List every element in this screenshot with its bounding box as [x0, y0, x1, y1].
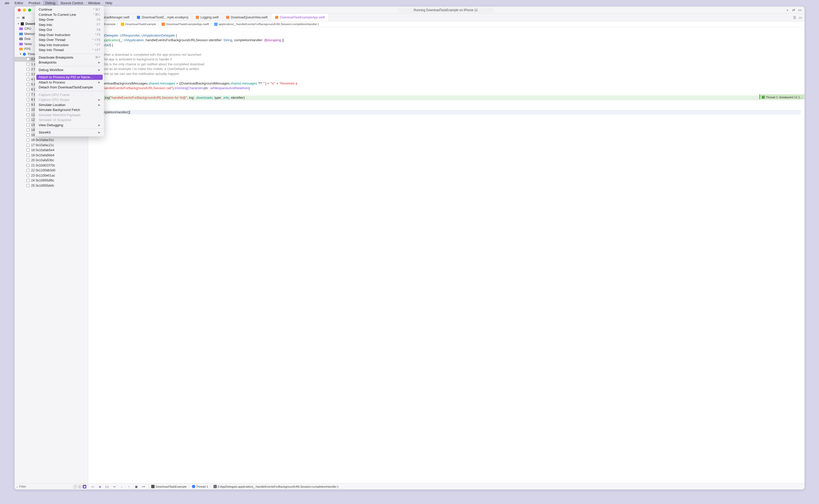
file-icon: [226, 16, 229, 19]
submenu-arrow-icon: ▶: [98, 81, 100, 84]
minimize-window-button[interactable]: [23, 9, 26, 12]
editor-tabs: DownloadManager.swiftDownloadTaskE…mple.…: [88, 14, 363, 21]
menu-item-label: Step Into Thread: [39, 48, 64, 52]
tab-label: Logging.swift: [200, 16, 219, 19]
menu-shortcut: ⌃⌘C: [92, 13, 100, 16]
tab-label: DownloadQueueView.swift: [231, 16, 268, 19]
file-icon: [137, 16, 140, 19]
menu-item-label: Breakpoints: [39, 60, 57, 64]
code-content: lass AppDelegate: UIResponder, UIApplica…: [88, 27, 363, 130]
menu-item-label: Deactivate Breakpoints: [39, 55, 73, 59]
stack-frame[interactable]: 19 0x10afa5bb4: [15, 153, 88, 158]
menu-item[interactable]: Step OutF8: [35, 27, 104, 32]
jump-segment[interactable]: DownloadTaskExampleApp.swift: [162, 23, 209, 26]
menu-item[interactable]: Attach to Process▶: [35, 80, 104, 85]
jump-icon: [162, 23, 165, 26]
menu-item-label: Attach to Process: [39, 80, 65, 84]
debug-menu-dropdown: Continue⌃⌘YContinue To Current Line⌃⌘CSt…: [35, 6, 104, 136]
menu-item[interactable]: Step IntoF7: [35, 22, 104, 27]
file-icon: [196, 16, 199, 19]
menu-item[interactable]: StoreKit▶: [35, 130, 104, 135]
menu-shortcut: ⌃F6: [94, 33, 100, 37]
jump-bar[interactable]: adTaskExample〉DownloadTaskExample〉Downlo…: [88, 21, 363, 27]
menu-separator: [35, 129, 104, 129]
menu-item-label: Step Out: [39, 28, 52, 32]
menu-debug[interactable]: Debug: [43, 0, 58, 6]
editor-tab[interactable]: DownloadTaskE…mple.xcodeproj: [133, 14, 192, 21]
menu-item[interactable]: Step Over Instruction⌃F6: [35, 32, 104, 38]
menu-item[interactable]: Continue⌃⌘Y: [35, 7, 104, 12]
menu-item[interactable]: Breakpoints▶: [35, 60, 104, 65]
jump-label: DownloadTaskExample: [125, 23, 156, 26]
menu-item-label: Simulate Location: [39, 103, 65, 107]
stack-frame[interactable]: 17 0x10afac21c: [15, 143, 88, 148]
nav-icon[interactable]: ▣: [22, 16, 25, 19]
system-menubar: ateEditorProductDebugSource ControlWindo…: [0, 0, 363, 6]
menu-item[interactable]: View Debugging▶: [35, 123, 104, 128]
source-editor[interactable]: lass AppDelegate: UIResponder, UIApplica…: [88, 27, 363, 223]
stack-frame[interactable]: 21 0x10d02370c: [15, 163, 88, 168]
jump-segment[interactable]: DownloadTaskExample: [121, 23, 156, 26]
menu-item[interactable]: Step OverF6: [35, 17, 104, 22]
stack-frame[interactable]: 23 0x1100e01ac: [15, 173, 88, 178]
zoom-window-button[interactable]: [28, 9, 31, 12]
menu-item-label: Simulate UI Snapshot: [39, 118, 71, 122]
jump-icon: [214, 23, 218, 26]
stack-frame[interactable]: 25 0x10655defc: [15, 183, 88, 188]
menu-item[interactable]: Step Into Instruction⌃F7: [35, 43, 104, 48]
menu-item[interactable]: Simulate Location▶: [35, 102, 104, 108]
stack-frame[interactable]: 22 0x1100db3d0: [15, 168, 88, 173]
submenu-arrow-icon: ▶: [98, 103, 100, 106]
menu-item-label: Step Over: [39, 18, 54, 22]
menu-help[interactable]: Help: [103, 0, 115, 6]
menu-item: Capture GPU Scope▶: [35, 97, 104, 102]
traffic-lights: [18, 9, 31, 12]
nav-icon[interactable]: ▭: [17, 16, 20, 19]
menu-item[interactable]: Debug Workflow▶: [35, 67, 104, 73]
menu-item-label: Step Over Instruction: [39, 33, 70, 37]
editor-tab[interactable]: DownloadTaskExampleApp.swift: [272, 14, 329, 21]
menu-item[interactable]: Deactivate Breakpoints⌘Y: [35, 55, 104, 60]
menu-ate[interactable]: ate: [2, 0, 12, 6]
menu-editor[interactable]: Editor: [12, 0, 26, 6]
menu-source control[interactable]: Source Control: [58, 0, 86, 6]
menu-shortcut: ⌘Y: [95, 55, 100, 59]
stack-frame[interactable]: 24 0x10655df6c: [15, 178, 88, 183]
menu-item[interactable]: Step Into Thread⌃⇧F7: [35, 47, 104, 53]
jump-segment[interactable]: application(_:handleEventsForBackgroundU…: [214, 23, 319, 26]
menu-item[interactable]: Simulate Background Fetch: [35, 107, 104, 113]
menu-item-label: Capture GPU Scope: [39, 98, 70, 102]
submenu-arrow-icon: ▶: [98, 61, 100, 64]
editor-tab[interactable]: Logging.swift: [192, 14, 223, 21]
menu-window[interactable]: Window: [86, 0, 103, 6]
menu-item: Capture GPU Frame: [35, 92, 104, 97]
menu-item[interactable]: Detach from DownloadTaskExample: [35, 85, 104, 90]
menu-item: Simulate UI Snapshot: [35, 117, 104, 123]
menu-shortcut: F7: [97, 23, 100, 26]
menu-separator: [35, 91, 104, 91]
menu-separator: [35, 73, 104, 74]
stack-frame[interactable]: 16 0x10afac31c: [15, 138, 88, 143]
stack-frame[interactable]: 18 0x10afab5e4: [15, 148, 88, 153]
menu-item-label: Capture GPU Frame: [39, 93, 70, 97]
submenu-arrow-icon: ▶: [98, 131, 100, 134]
tab-label: DownloadTaskExampleApp.swift: [280, 16, 325, 19]
menu-item[interactable]: Attach to Process by PID or Name…: [36, 75, 103, 80]
menu-shortcut: ⌃⇧F6: [92, 38, 100, 42]
menu-item-label: StoreKit: [39, 130, 51, 134]
menu-item: Simulate MetricKit Payloads: [35, 113, 104, 118]
jump-label: DownloadTaskExampleApp.swift: [166, 23, 209, 26]
menu-item[interactable]: Continue To Current Line⌃⌘C: [35, 12, 104, 17]
stack-frame[interactable]: 20 0x10afa53bc: [15, 158, 88, 163]
menu-shortcut: ⌃⇧F7: [92, 48, 100, 52]
menu-product[interactable]: Product: [26, 0, 43, 6]
activity-status: Running DownloadTaskExample on iPhone 12: [106, 8, 363, 13]
menu-item-label: Continue To Current Line: [39, 13, 76, 17]
menu-item-label: Step Into: [39, 23, 52, 27]
menu-item-label: View Debugging: [39, 123, 63, 127]
menu-item-label: Simulate Background Fetch: [39, 108, 80, 112]
menu-item[interactable]: Step Over Thread⌃⇧F6: [35, 37, 104, 43]
menu-shortcut: F8: [97, 28, 100, 32]
editor-tab[interactable]: DownloadQueueView.swift: [223, 14, 272, 21]
close-window-button[interactable]: [18, 9, 21, 12]
